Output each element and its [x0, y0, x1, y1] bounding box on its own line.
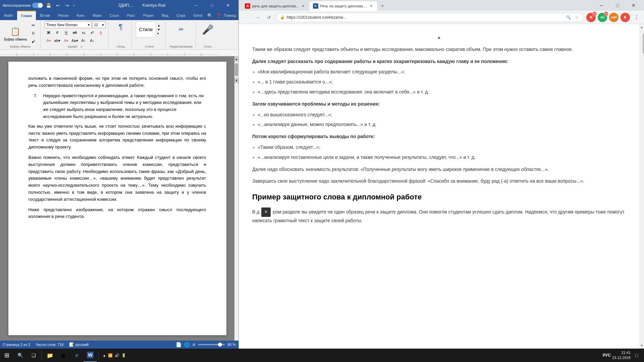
notifications-button[interactable]: □ [632, 351, 641, 360]
refresh-button[interactable]: ↺ [264, 13, 274, 22]
superscript-button[interactable]: x² [88, 29, 96, 36]
tab-layout[interactable]: Маке [89, 11, 105, 20]
document-page[interactable]: изложить в лаконичной форме, но при этом… [8, 62, 226, 335]
cut-button[interactable]: ✂ [30, 21, 38, 29]
zoom-slider[interactable] [198, 344, 225, 345]
font-color-button[interactable]: A▾ [45, 37, 53, 44]
format-painter-button[interactable]: 🖌 [30, 38, 38, 45]
save-icon[interactable]: 💾 [45, 2, 52, 9]
tab-2-close[interactable]: ✕ [369, 4, 374, 8]
yandex-ext-icon[interactable]: Я 10 [586, 13, 596, 22]
tab-view[interactable]: Вид [158, 11, 172, 20]
scroll-up-button[interactable]: ▲ [234, 56, 238, 62]
highlight-button[interactable]: A̲ [97, 29, 105, 36]
browser-scrollbar[interactable]: ▲ ▼ [639, 24, 644, 349]
tab-mailings[interactable]: Расс [123, 11, 139, 20]
browser-scroll-thumb[interactable] [643, 34, 644, 54]
font-color2-button[interactable]: A▾ [62, 37, 70, 44]
autosave-toggle[interactable] [32, 3, 43, 8]
browser-tab-1[interactable]: Я речь для защиты диплом... ✕ [241, 1, 309, 11]
styles-selector[interactable]: Стили [136, 21, 156, 38]
underline-button[interactable]: Ч [62, 29, 70, 36]
tab-help[interactable]: Спра [172, 11, 189, 20]
styles-down[interactable]: ▼ [157, 28, 163, 31]
tab-references[interactable]: Ссыл [106, 11, 123, 20]
browser-close-button[interactable]: ✕ [626, 0, 641, 11]
browser-minimize-button[interactable]: ─ [594, 0, 609, 11]
view-button-print[interactable]: 📄 [176, 342, 181, 347]
styles-expand[interactable]: ▾ [157, 32, 163, 35]
grow-font-button[interactable]: A↑ [79, 37, 88, 44]
copy-button[interactable]: ⎘ [30, 29, 38, 37]
close-button[interactable]: ✕ [220, 0, 236, 11]
tab-grind[interactable]: Grind [189, 11, 206, 20]
start-button[interactable]: ⊞ [0, 349, 13, 362]
browser-tab-2[interactable]: ✎ Речь на защиту диплома ... ✕ [310, 1, 377, 11]
tab-draw[interactable]: Рисои [54, 11, 72, 20]
undo-icon[interactable]: ↩ [54, 2, 62, 9]
case-button[interactable]: Аа▾ [71, 37, 79, 44]
browser-scroll-down[interactable]: ▼ [639, 343, 644, 349]
abp-ext-icon[interactable]: ABP [609, 13, 619, 22]
tab-1-close[interactable]: ✕ [301, 4, 306, 8]
search-button[interactable]: 🔍 [13, 349, 27, 362]
scroll-up-indicator[interactable]: ▲ [252, 32, 626, 43]
network-icon[interactable]: 📶 [108, 353, 113, 358]
search-addr-icon[interactable]: 🔍 [565, 14, 572, 21]
bold-button[interactable]: Ж [45, 29, 53, 36]
subscript-button[interactable]: x₂ [79, 29, 88, 36]
battery-icon[interactable]: 🔋 [121, 353, 126, 358]
bookmark-icon[interactable]: ☆ [573, 14, 580, 21]
forward-button[interactable]: → [253, 13, 262, 22]
word-taskbar-button[interactable]: W [84, 349, 97, 362]
new-tab-button[interactable]: + [378, 1, 387, 11]
quick-access-dropdown[interactable]: ▾ [73, 4, 74, 7]
address-bar[interactable]: 🔒 https://1001student.ru/ehkzame... 🔍 ☆ [276, 13, 584, 22]
ribbon-help-label[interactable]: Помощ [224, 13, 236, 17]
font-size-selector[interactable]: 12 ▾ [92, 21, 106, 28]
view-button-outline[interactable]: ≡ [193, 342, 195, 347]
browser-maximize-button[interactable]: □ [610, 0, 625, 11]
help-icon[interactable]: ❓ [215, 12, 222, 19]
browser-scroll-up[interactable]: ▲ [639, 24, 644, 30]
explorer-button[interactable]: 📁 [43, 349, 57, 362]
highlight-color-button[interactable]: ab▾ [53, 37, 61, 44]
search-ribbon-icon[interactable]: 🔍 [206, 12, 214, 19]
edge-button[interactable]: e [70, 349, 84, 362]
tab-insert[interactable]: Встав [36, 11, 54, 20]
task-view-button[interactable]: ❑ [27, 349, 40, 362]
close-ad-button[interactable]: ✕ [261, 207, 271, 217]
font-dialog-launcher[interactable]: ↘ [80, 45, 83, 48]
minimize-button[interactable]: ─ [188, 0, 204, 11]
taskbar-clock[interactable]: РУС 21:41 23.12.2018 □ [603, 350, 644, 361]
tab-design[interactable]: Конс [72, 11, 89, 20]
font-size-dropdown[interactable]: ▾ [102, 23, 104, 27]
view-button-web[interactable]: 🌐 [184, 342, 190, 347]
paragraph-icon[interactable]: ¶ [113, 21, 129, 32]
tab-home[interactable]: Главн [17, 11, 36, 20]
profile-icon[interactable]: K [621, 13, 630, 22]
tab-review[interactable]: Рецен [139, 11, 158, 20]
voice-icon[interactable]: 🎤 [200, 21, 216, 38]
font-name-dropdown[interactable]: ▾ [88, 23, 90, 27]
tab-file[interactable]: Файл [0, 11, 17, 20]
font-name-selector[interactable]: Times New Roman ▾ [45, 21, 92, 28]
back-button[interactable]: ← [241, 13, 251, 22]
paste-button[interactable]: 📋 Буфер обмена [3, 24, 28, 43]
shrink-font-button[interactable]: A↓ [88, 37, 96, 44]
styles-up[interactable]: ▲ [157, 24, 163, 27]
volume-icon[interactable]: 🔊 [115, 353, 119, 358]
italic-button[interactable]: К [53, 29, 61, 36]
on-ext-icon[interactable]: on 10 [598, 13, 607, 22]
tray-arrow[interactable]: ▲ [103, 354, 106, 357]
scroll-thumb[interactable] [235, 63, 238, 76]
scroll-down-button[interactable]: ▼ [234, 78, 238, 83]
editing-icon[interactable]: ✏ [173, 21, 190, 38]
word-scrollbar[interactable]: ▲ ▼ [234, 56, 238, 341]
maximize-button[interactable]: □ [204, 0, 220, 11]
chrome-button[interactable]: ◉ [57, 349, 70, 362]
browser-menu-button[interactable]: ⋮ [632, 13, 641, 22]
strikethrough-button[interactable]: аб [71, 29, 79, 36]
zoom-thumb[interactable] [218, 343, 222, 347]
redo-icon[interactable]: ↪ [64, 2, 71, 9]
